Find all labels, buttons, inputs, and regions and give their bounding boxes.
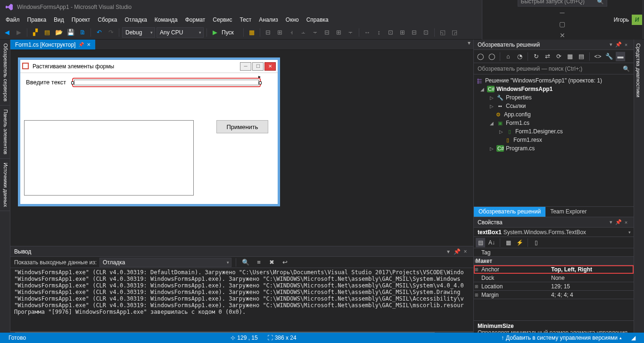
start-button[interactable]: Пуск <box>222 29 240 36</box>
menu-window[interactable]: Окно <box>282 15 303 25</box>
expander-icon[interactable]: ◢ <box>479 87 485 92</box>
props-props-icon[interactable]: ▦ <box>504 238 513 247</box>
output-close-icon[interactable]: × <box>461 248 470 255</box>
props-pin-icon[interactable]: 📌 <box>615 219 622 225</box>
props-pages-icon[interactable]: ▯ <box>531 238 541 247</box>
expander-icon[interactable]: ▷ <box>489 146 495 151</box>
expander-icon[interactable]: ◢ <box>489 121 495 126</box>
new-project-icon[interactable]: ▞ <box>30 27 41 38</box>
spacing-icon-2[interactable]: ↕ <box>374 27 384 38</box>
output-goto-icon[interactable]: ≡ <box>254 257 264 268</box>
menu-tools[interactable]: Сервис <box>209 15 236 25</box>
props-close-icon[interactable]: × <box>622 220 630 225</box>
order-icon-1[interactable]: ◱ <box>438 27 448 38</box>
output-dropdown-icon[interactable]: ▾ <box>444 248 453 255</box>
output-pin-icon[interactable]: 📌 <box>453 248 461 255</box>
menu-format[interactable]: Формат <box>182 15 209 25</box>
smart-tag-icon[interactable]: ▸ <box>258 74 261 79</box>
menu-view[interactable]: Вид <box>50 15 68 25</box>
property-row[interactable]: Tag <box>474 248 634 257</box>
maximize-button[interactable]: ▢ <box>556 19 569 29</box>
tab-close-icon[interactable]: × <box>87 41 91 48</box>
sol-home-icon[interactable]: ⌂ <box>504 52 513 61</box>
start-icon[interactable]: ▶ <box>210 27 220 38</box>
property-row[interactable]: DockNone <box>474 274 634 282</box>
tool-diagnostics[interactable]: Средства диагностики <box>634 40 643 101</box>
menu-test[interactable]: Тест <box>236 15 255 25</box>
property-grid[interactable]: Tag⊟Макет⊞AnchorTop, Left, RightDockNone… <box>474 248 634 320</box>
tab-team-explorer[interactable]: Team Explorer <box>545 207 591 217</box>
solution-search[interactable]: Обозреватель решений — поиск (Ctrl+;) 🔍 <box>474 63 634 74</box>
menu-file[interactable]: Файл <box>2 15 24 25</box>
user-name[interactable]: Игорь <box>611 16 632 23</box>
platform-dropdown[interactable]: Any CPU <box>157 27 204 38</box>
sol-refresh-icon[interactable]: ↻ <box>531 52 541 61</box>
sol-view-icon[interactable]: ▬ <box>616 52 625 61</box>
menu-team[interactable]: Команда <box>151 15 182 25</box>
props-events-icon[interactable]: ⚡ <box>515 238 524 247</box>
sol-fwd-icon[interactable]: ◯ <box>487 52 496 61</box>
menu-build[interactable]: Сборка <box>94 15 121 25</box>
tool-data-sources[interactable]: Источники данных <box>0 159 10 211</box>
close-button[interactable]: ✕ <box>556 30 569 41</box>
spacing-icon-4[interactable]: ⊞ <box>397 27 408 38</box>
form-designer[interactable]: Растягиваем элементы формы ─ ☐ ✕ Введите… <box>10 50 473 246</box>
minimize-button[interactable]: ─ <box>556 8 569 18</box>
spacing-icon-5[interactable]: ⊟ <box>409 27 420 38</box>
order-icon-2[interactable]: ◲ <box>449 27 460 38</box>
sol-scope-icon[interactable]: ◔ <box>515 52 524 61</box>
expander-icon[interactable]: ▷ <box>498 129 504 134</box>
props-categorized-icon[interactable]: ▤ <box>476 238 485 247</box>
config-dropdown[interactable]: Debug <box>122 27 155 38</box>
tab-overflow-icon[interactable]: ▾ <box>465 40 473 49</box>
output-wrap-icon[interactable]: ↩ <box>280 257 290 268</box>
textbox-selected[interactable]: ▸ <box>72 78 261 87</box>
status-resize-grip[interactable]: ◢ <box>627 335 640 341</box>
layout-icon-1[interactable]: ▦ <box>247 27 257 38</box>
output-source-dropdown[interactable]: Отладка <box>99 258 231 267</box>
props-selected-object[interactable]: textBox1System.Windows.Forms.TextBox <box>474 228 634 237</box>
align-icon-1[interactable]: ⊟ <box>263 27 273 38</box>
solution-close-icon[interactable]: × <box>622 42 630 48</box>
document-tab[interactable]: Form1.cs [Конструктор] 📌 × <box>10 40 95 49</box>
save-all-icon[interactable]: 🗎 <box>77 27 88 38</box>
sol-showall-icon[interactable]: ▦ <box>565 52 575 61</box>
new-file-icon[interactable]: ▤ <box>42 27 52 38</box>
align-icon-8[interactable]: ⫟ <box>346 27 356 38</box>
expander-icon[interactable]: ▷ <box>489 95 495 100</box>
save-icon[interactable]: 💾 <box>66 27 76 38</box>
menu-help[interactable]: Справка <box>303 15 332 25</box>
multiline-textbox[interactable] <box>24 120 194 196</box>
spacing-icon-1[interactable]: ↔ <box>362 27 372 38</box>
menu-debug[interactable]: Отладка <box>121 15 150 25</box>
property-row[interactable]: ⊞Margin4; 4; 4; 4 <box>474 291 634 299</box>
apply-button[interactable]: Применить <box>216 120 268 133</box>
user-avatar[interactable]: И <box>632 15 642 25</box>
spacing-icon-6[interactable]: ⊡ <box>421 27 431 38</box>
align-icon-3[interactable]: ⫞ <box>287 27 297 38</box>
solution-pin-icon[interactable]: 📌 <box>615 41 622 48</box>
align-icon-4[interactable]: ⫠ <box>298 27 309 38</box>
sol-sync-icon[interactable]: ⇄ <box>543 52 552 61</box>
output-clear-icon[interactable]: ✖ <box>267 257 277 268</box>
sol-code-icon[interactable]: <> <box>593 52 603 61</box>
status-publish[interactable]: ↑Добавить в систему управления версиями▴ <box>496 335 627 341</box>
expander-icon[interactable]: ▷ <box>489 104 495 109</box>
align-icon-7[interactable]: ⊞ <box>334 27 344 38</box>
redo-icon[interactable]: ↷ <box>106 27 116 38</box>
property-row[interactable]: ⊞Location129; 15 <box>474 282 634 291</box>
undo-icon[interactable]: ↶ <box>94 27 104 38</box>
sol-back-icon[interactable]: ◯ <box>476 52 485 61</box>
quick-launch[interactable]: Быстрый запуск (Ctrl+Q)🔍 <box>518 0 607 7</box>
nav-fwd-icon[interactable]: ▶ <box>14 27 24 38</box>
tab-solution-explorer[interactable]: Обозреватель решений <box>474 207 545 217</box>
property-row[interactable]: ⊞AnchorTop, Left, Right <box>474 265 634 274</box>
property-row[interactable]: ⊟Макет <box>474 257 634 265</box>
menu-edit[interactable]: Правка <box>24 15 50 25</box>
tool-server-explorer[interactable]: Обозреватель серверов <box>0 40 10 106</box>
align-icon-6[interactable]: ⊟ <box>322 27 332 38</box>
sol-preview-icon[interactable]: ▤ <box>577 52 586 61</box>
tool-toolbox[interactable]: Панель элементов <box>0 106 10 159</box>
spacing-icon-3[interactable]: ⊡ <box>386 27 396 38</box>
sol-collapse-icon[interactable]: ⟳ <box>554 52 563 61</box>
